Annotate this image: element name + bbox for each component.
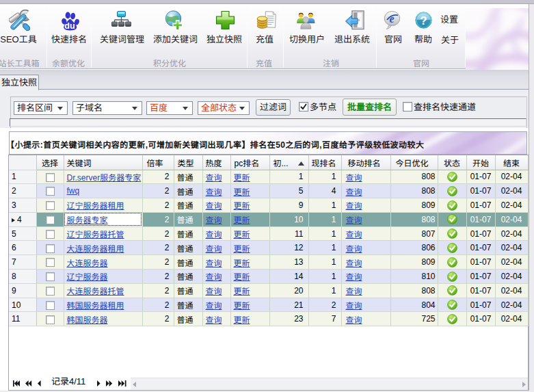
svg-text:du: du <box>64 21 75 31</box>
svg-text:?: ? <box>420 14 427 27</box>
